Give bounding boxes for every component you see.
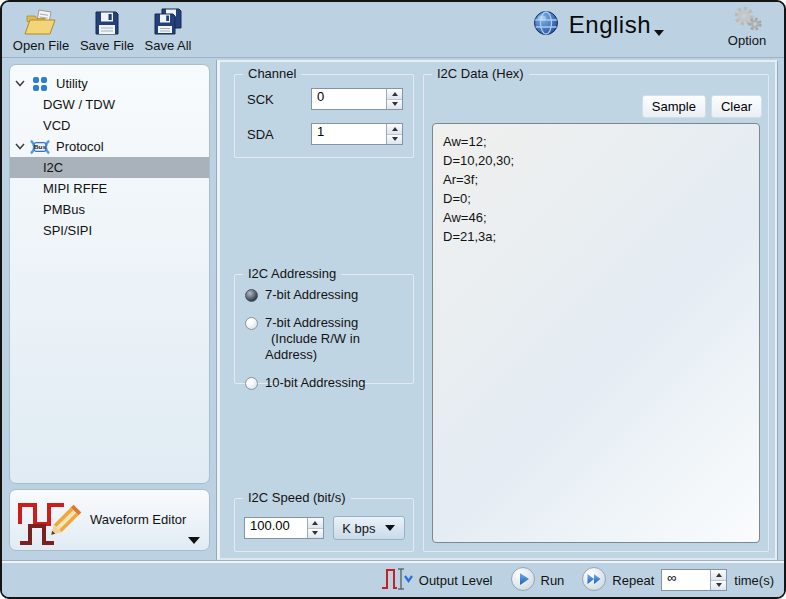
floppy-icon — [93, 6, 121, 37]
radio-on-icon[interactable] — [245, 289, 258, 302]
sda-spinbox[interactable] — [311, 123, 403, 145]
spin-up-icon[interactable] — [711, 570, 726, 580]
radio-7bit-rw-label: 7-bit Addressing — [265, 315, 358, 330]
spin-down-icon[interactable] — [387, 99, 402, 110]
svg-text:Bus: Bus — [34, 143, 46, 150]
repeat-label: Repeat — [612, 573, 654, 588]
run-label: Run — [541, 573, 565, 588]
speed-unit-value: K bps — [342, 521, 375, 536]
addressing-group: I2C Addressing 7-bit Addressing 7-bit Ad… — [234, 274, 414, 384]
open-file-button[interactable]: Open File — [10, 6, 72, 53]
radio-off-icon[interactable] — [245, 377, 258, 390]
run-button[interactable]: Run — [510, 566, 565, 595]
toolbar: Open File Save File — [2, 2, 784, 58]
radio-off-icon[interactable] — [245, 317, 258, 330]
repeat-count-spinner[interactable] — [710, 570, 726, 590]
tree-item-label: MIPI RFFE — [43, 181, 107, 196]
sck-spinbox[interactable] — [311, 88, 403, 110]
sda-label: SDA — [247, 127, 311, 142]
radio-7bit-rw-sublabel: (Include R/W in Address) — [265, 331, 360, 362]
pulse-level-icon — [380, 565, 414, 596]
double-floppy-icon — [152, 6, 184, 37]
radio-7bit-label: 7-bit Addressing — [265, 287, 358, 303]
times-label: time(s) — [734, 573, 774, 588]
sda-input[interactable] — [312, 124, 386, 139]
repeat-count-spinbox[interactable] — [661, 569, 727, 591]
spin-up-icon[interactable] — [387, 89, 402, 99]
language-label: English — [569, 11, 651, 39]
spin-up-icon[interactable] — [308, 518, 323, 528]
radio-7bit-rw[interactable]: 7-bit Addressing (Include R/W in Address… — [245, 315, 405, 363]
chevron-down-icon — [654, 30, 664, 36]
tree-item-spi-sipi[interactable]: SPI/SIPI — [10, 220, 209, 241]
bus-icon: Bus — [27, 139, 53, 155]
tree-item-pmbus[interactable]: PMBus — [10, 199, 209, 220]
open-file-label: Open File — [13, 38, 69, 53]
spin-down-icon[interactable] — [387, 134, 402, 145]
gears-icon — [730, 5, 764, 35]
tree-item-label: DGW / TDW — [43, 97, 115, 112]
chevron-down-icon[interactable] — [15, 80, 27, 87]
output-level-label: Output Level — [419, 573, 493, 588]
content-area: Utility DGW / TDW VCD Bus — [2, 59, 784, 565]
save-file-button[interactable]: Save File — [76, 6, 138, 53]
speed-input[interactable] — [245, 518, 307, 533]
speed-spinner[interactable] — [307, 518, 323, 538]
chevron-down-icon[interactable] — [188, 537, 200, 544]
app-window: Open File Save File — [0, 0, 786, 599]
tree-item-i2c[interactable]: I2C — [10, 157, 209, 178]
speed-group: I2C Speed (bit/s) K bps — [234, 498, 414, 552]
globe-icon — [533, 10, 559, 39]
save-file-label: Save File — [80, 38, 134, 53]
tree-item-protocol[interactable]: Bus Protocol — [10, 136, 209, 157]
addressing-group-title: I2C Addressing — [243, 266, 341, 281]
spin-down-icon[interactable] — [711, 580, 726, 591]
tree-item-label: VCD — [43, 118, 70, 133]
bottom-bar: Output Level Run Repeat — [2, 561, 784, 597]
output-level-button[interactable]: Output Level — [380, 565, 493, 596]
open-folder-icon — [23, 6, 59, 37]
sck-spinner[interactable] — [386, 89, 402, 109]
tree-item-label: Utility — [56, 76, 88, 91]
channel-group-title: Channel — [243, 66, 301, 81]
save-all-label: Save All — [145, 38, 192, 53]
i2c-data-group: I2C Data (Hex) Sample Clear Aw=12; D=10,… — [423, 74, 769, 552]
tree-item-mipi-rffe[interactable]: MIPI RFFE — [10, 178, 209, 199]
channel-group: Channel SCK SDA — [234, 74, 414, 158]
tree-item-label: Protocol — [56, 139, 104, 154]
save-all-button[interactable]: Save All — [140, 6, 196, 53]
speed-unit-dropdown[interactable]: K bps — [333, 516, 405, 540]
repeat-count-input[interactable] — [662, 570, 710, 585]
tree-item-vcd[interactable]: VCD — [10, 115, 209, 136]
tree-item-dgw-tdw[interactable]: DGW / TDW — [10, 94, 209, 115]
waveform-pencil-icon — [16, 492, 88, 551]
sck-input[interactable] — [312, 89, 386, 104]
spin-down-icon[interactable] — [308, 528, 323, 539]
option-label: Option — [728, 33, 766, 48]
grid-icon — [27, 76, 53, 92]
sck-label: SCK — [247, 92, 311, 107]
sda-spinner[interactable] — [386, 124, 402, 144]
tree-item-utility[interactable]: Utility — [10, 73, 209, 94]
tree-item-label: I2C — [43, 160, 63, 175]
tree-item-label: SPI/SIPI — [43, 223, 92, 238]
i2c-data-editor[interactable]: Aw=12; D=10,20,30; Ar=3f; D=0; Aw=46; D=… — [432, 123, 760, 543]
radio-10bit-label: 10-bit Addressing — [265, 375, 365, 391]
speed-spinbox[interactable] — [244, 517, 324, 539]
radio-10bit[interactable]: 10-bit Addressing — [245, 375, 405, 391]
navigation-tree: Utility DGW / TDW VCD Bus — [9, 64, 210, 484]
chevron-down-icon[interactable] — [15, 143, 27, 150]
play-icon — [510, 566, 536, 595]
language-selector[interactable]: English — [533, 10, 664, 39]
waveform-editor-button[interactable]: Waveform Editor — [9, 489, 210, 551]
clear-button[interactable]: Clear — [711, 95, 762, 118]
spin-up-icon[interactable] — [387, 124, 402, 134]
option-button[interactable]: Option — [718, 5, 776, 48]
chevron-down-icon — [385, 525, 395, 531]
sample-button[interactable]: Sample — [642, 95, 706, 118]
i2c-data-group-title: I2C Data (Hex) — [432, 66, 529, 81]
radio-7bit[interactable]: 7-bit Addressing — [245, 287, 405, 303]
repeat-button[interactable]: Repeat — [581, 566, 654, 595]
waveform-editor-label: Waveform Editor — [90, 512, 186, 527]
tree-item-label: PMBus — [43, 202, 85, 217]
